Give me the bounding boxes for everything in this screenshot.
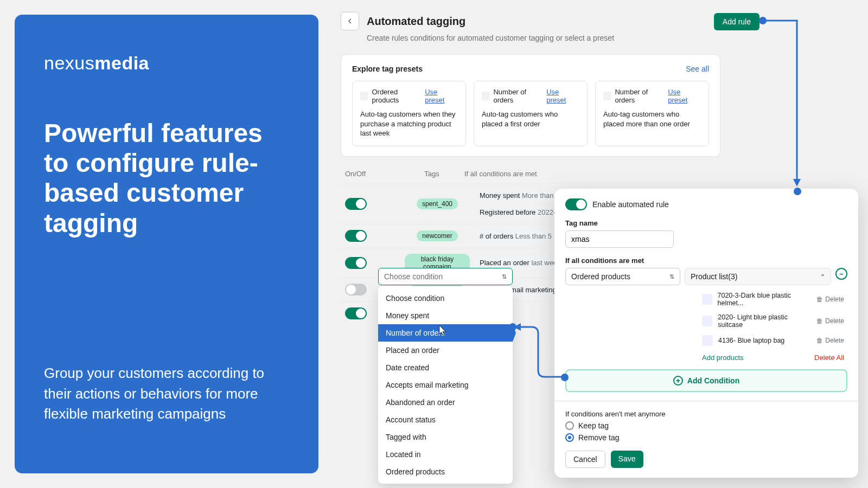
preset-icon [603,92,611,100]
brand-logo: nexusmedia [44,53,289,74]
preset-name: Number of orders [493,88,546,104]
rule-toggle[interactable] [345,198,367,210]
rule-toggle[interactable] [345,284,367,296]
enable-rule-toggle[interactable] [565,198,587,210]
col-cond: If all conditions are met [464,170,716,178]
delete-product-button[interactable]: 🗑Delete [816,317,844,325]
add-products-link[interactable]: Add products [702,354,744,362]
condition-select[interactable]: Choose condition ⇅ [378,268,513,285]
condition-option[interactable]: Tagged with [378,428,513,446]
unmet-label: If conditions aren't met anymore [565,410,847,418]
preset-card: Ordered products Use preset Auto-tag cus… [352,81,466,146]
chevron-up-icon: ⌃ [820,273,825,280]
product-name: 4136- Blue laptop bag [718,337,784,344]
tag-name-label: Tag name [565,219,847,227]
condition-option[interactable]: Placed an order [378,342,513,359]
tag-name-input[interactable] [565,230,674,248]
trash-icon: 🗑 [816,337,823,344]
annotation-dot [794,188,801,195]
keep-tag-label: Keep tag [578,421,609,430]
rule-toggle[interactable] [345,307,367,319]
add-rule-button[interactable]: Add rule [714,13,760,30]
delete-product-button[interactable]: 🗑Delete [816,337,844,344]
product-thumb [702,335,713,346]
condition-option[interactable]: Date created [378,359,513,376]
condition-menu[interactable]: Choose conditionMoney spentNumber of ord… [378,286,513,484]
brand-bold: media [94,53,149,73]
product-row: 7020-3-Dark blue plastic helmet... 🗑Dele… [700,288,846,310]
condition-type-select[interactable]: Ordered products ⇅ [565,268,680,285]
preset-desc: Auto-tag customers when they purchase a … [360,110,458,138]
condition-chip: # of orders Less than 5 [475,230,556,242]
cursor-icon [438,324,448,336]
preset-icon [482,92,490,100]
col-onoff: On/Off [345,170,399,178]
annotation-arrow [762,20,806,194]
tag-chip: newcomer [417,230,457,241]
promo-headline: Powerful features to configure rule-base… [44,118,289,238]
conditions-block-label: If all conditions are met [565,256,847,265]
annotation-dot [561,374,569,381]
promo-panel: nexusmedia Powerful features to configur… [15,15,318,473]
add-condition-button[interactable]: + Add Condition [565,369,847,392]
updown-icon: ⇅ [669,273,674,280]
use-preset-link[interactable]: Use preset [546,88,579,104]
preset-desc: Auto-tag customers who placed more than … [603,110,701,129]
product-list-label: Product list(3) [691,272,737,281]
updown-icon: ⇅ [502,273,507,280]
condition-option[interactable]: Abandoned an order [378,394,513,411]
product-row: 4136- Blue laptop bag 🗑Delete [700,332,846,349]
save-button[interactable]: Save [611,451,643,468]
delete-product-button[interactable]: 🗑Delete [816,296,844,303]
product-name: 7020-3-Dark blue plastic helmet... [718,292,812,307]
use-preset-link[interactable]: Use preset [425,88,458,104]
preset-desc: Auto-tag customers who placed a first or… [482,110,579,129]
annotation-dot [759,17,767,24]
add-rule-label: Add rule [723,17,751,26]
product-list-collapse[interactable]: Product list(3) ⌃ [685,268,831,285]
page-subtitle: Create rules conditions for automated cu… [367,34,720,42]
rule-drawer: Enable automated rule Tag name If all co… [554,189,858,478]
condition-option[interactable]: Choose condition [378,290,513,307]
use-preset-link[interactable]: Use preset [668,88,701,104]
condition-option[interactable]: Account status [378,411,513,428]
product-thumb [702,294,712,305]
condition-option[interactable]: Ordered products [378,463,513,480]
condition-option[interactable]: Accepts email marketing [378,376,513,394]
page-title: Automated tagging [367,15,465,28]
condition-option[interactable]: Money spent [378,307,513,324]
condition-select-value: Choose condition [384,272,443,281]
rule-toggle[interactable] [345,230,367,242]
col-tags: Tags [399,170,464,178]
cancel-button[interactable]: Cancel [565,451,605,468]
preset-card: Number of orders Use preset Auto-tag cus… [595,81,709,146]
delete-all-link[interactable]: Delete All [814,354,844,362]
enable-rule-label: Enable automated rule [592,200,669,209]
trash-icon: 🗑 [816,317,823,325]
trash-icon: 🗑 [816,296,823,303]
back-button[interactable] [341,12,359,30]
preset-name: Number of orders [615,88,668,104]
remove-tag-label: Remove tag [578,433,619,442]
product-name: 2020- Light blue plastic suitcase [718,313,811,329]
keep-tag-radio[interactable]: Keep tag [565,421,847,430]
product-row: 2020- Light blue plastic suitcase 🗑Delet… [700,310,846,332]
remove-condition-button[interactable]: – [835,268,847,280]
brand-light: nexus [44,53,94,73]
tag-chip: spent_400 [417,198,458,209]
preset-card: Number of orders Use preset Auto-tag cus… [474,81,588,146]
presets-card: Explore tag presets See all Ordered prod… [341,54,720,157]
add-condition-label: Add Condition [687,376,739,385]
condition-option[interactable]: Located in [378,446,513,463]
product-thumb [702,316,712,326]
presets-heading: Explore tag presets [352,65,423,73]
preset-name: Ordered products [372,88,425,104]
annotation-dot [509,323,516,331]
remove-tag-radio[interactable]: Remove tag [565,433,847,442]
condition-chip: Placed an order last week [475,256,565,269]
presets-see-all[interactable]: See all [686,65,709,73]
promo-subcopy: Group your customers according to their … [44,363,289,446]
preset-icon [360,92,368,100]
rule-toggle[interactable] [345,257,367,269]
condition-type-value: Ordered products [571,272,630,281]
